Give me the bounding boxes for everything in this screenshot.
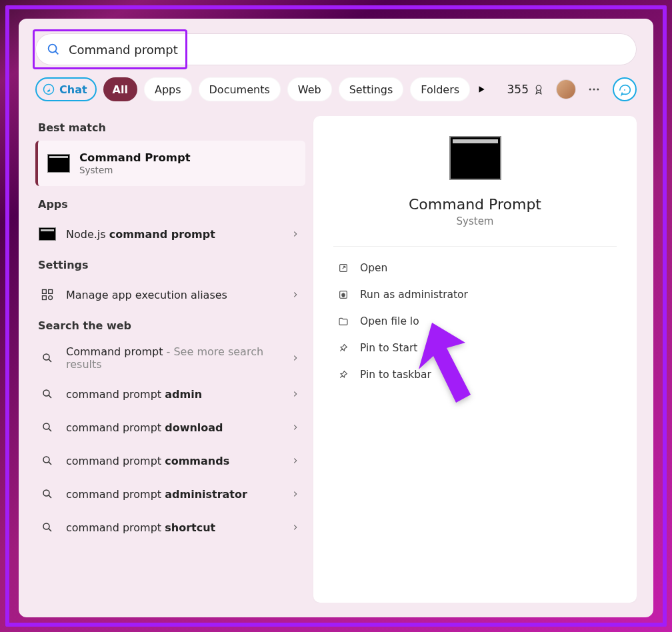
points-value: 355: [507, 83, 529, 96]
user-avatar[interactable]: [557, 80, 575, 99]
action-pin-start[interactable]: Pin to Start: [333, 335, 617, 361]
folder-icon: [337, 316, 349, 327]
chevron-right-icon: [292, 229, 299, 239]
svg-point-4: [589, 89, 591, 91]
web-result-3[interactable]: command prompt commands: [35, 444, 305, 477]
preview-subtitle: System: [457, 215, 494, 227]
settings-app-icon: [38, 288, 57, 301]
search-icon: [38, 521, 57, 533]
filter-apps[interactable]: Apps: [144, 77, 192, 101]
svg-line-13: [49, 359, 51, 362]
search-icon: [38, 421, 57, 433]
svg-point-7: [624, 89, 625, 91]
web-result-0[interactable]: Command prompt - See more search results: [35, 339, 305, 377]
best-match-label: Best match: [38, 121, 305, 134]
svg-rect-9: [49, 290, 53, 294]
more-filters-icon[interactable]: [477, 85, 486, 94]
setting-result-aliases[interactable]: Manage app execution aliases: [35, 278, 305, 311]
header-right: 355: [507, 77, 637, 101]
svg-point-0: [49, 45, 57, 53]
chevron-right-icon: [292, 456, 299, 465]
svg-line-17: [49, 429, 51, 431]
action-open[interactable]: Open: [333, 255, 617, 281]
svg-point-6: [597, 89, 599, 91]
filter-settings[interactable]: Settings: [339, 77, 404, 101]
filter-row: Chat All Apps Documents Web Settings Fol…: [35, 77, 637, 101]
chevron-right-icon: [292, 290, 299, 299]
filter-web[interactable]: Web: [287, 77, 332, 101]
svg-point-12: [43, 354, 49, 360]
pin-icon: [337, 343, 349, 353]
best-match-result[interactable]: Command Prompt System: [35, 141, 305, 186]
svg-line-15: [49, 395, 51, 398]
svg-line-19: [49, 462, 51, 465]
preview-title: Command Prompt: [409, 196, 541, 213]
open-icon: [337, 263, 349, 273]
svg-line-21: [49, 495, 51, 498]
svg-line-23: [49, 529, 51, 531]
chevron-right-icon: [292, 389, 299, 399]
content-area: Best match Command Prompt System Apps No…: [35, 116, 637, 603]
chevron-right-icon: [292, 353, 299, 363]
preview-panel: Command Prompt System Open Run as admini…: [313, 116, 637, 603]
search-icon: [38, 352, 57, 364]
chevron-right-icon: [292, 523, 299, 532]
shield-icon: [337, 289, 349, 300]
web-result-1[interactable]: command prompt admin: [35, 377, 305, 411]
svg-line-1: [55, 51, 58, 54]
action-pin-taskbar[interactable]: Pin to taskbar: [333, 361, 617, 388]
filter-all[interactable]: All: [103, 77, 137, 101]
svg-point-11: [49, 296, 53, 300]
svg-point-20: [43, 490, 49, 496]
divider: [333, 246, 617, 247]
svg-point-2: [44, 85, 54, 95]
svg-point-22: [43, 523, 49, 529]
chat-label: Chat: [59, 83, 87, 96]
search-input[interactable]: Command prompt: [35, 33, 637, 65]
search-icon: [38, 488, 57, 500]
action-open-location[interactable]: Open file lo: [333, 308, 617, 335]
chat-tab[interactable]: Chat: [35, 77, 97, 101]
search-icon: [38, 388, 57, 400]
chevron-right-icon: [292, 423, 299, 432]
settings-label: Settings: [38, 259, 305, 271]
svg-point-3: [536, 85, 541, 91]
command-prompt-icon: [38, 227, 57, 241]
bing-chat-icon: [42, 83, 55, 96]
search-icon: [38, 455, 57, 467]
results-column: Best match Command Prompt System Apps No…: [35, 116, 305, 603]
more-options-icon[interactable]: [587, 83, 601, 96]
rewards-points[interactable]: 355: [507, 83, 545, 96]
svg-point-16: [43, 423, 49, 429]
filter-folders[interactable]: Folders: [410, 77, 470, 101]
web-result-2[interactable]: command prompt download: [35, 411, 305, 444]
command-prompt-icon: [47, 154, 70, 173]
web-result-5[interactable]: command prompt shortcut: [35, 511, 305, 544]
best-match-title: Command Prompt: [79, 151, 191, 164]
action-run-admin[interactable]: Run as administrator: [333, 281, 617, 308]
pin-icon: [337, 369, 349, 380]
svg-point-14: [43, 390, 49, 396]
search-bar-row: Command prompt: [35, 33, 637, 65]
chevron-right-icon: [292, 489, 299, 499]
filter-documents[interactable]: Documents: [199, 77, 281, 101]
search-query-text: Command prompt: [69, 43, 637, 57]
search-icon: [46, 42, 61, 57]
medal-icon: [533, 83, 545, 95]
svg-point-18: [43, 457, 49, 463]
search-window: Command prompt Chat All Apps Documents W…: [19, 19, 653, 617]
svg-rect-10: [43, 296, 47, 300]
web-result-4[interactable]: command prompt administrator: [35, 477, 305, 511]
svg-rect-8: [43, 290, 47, 294]
command-prompt-icon: [449, 136, 501, 180]
apps-label: Apps: [38, 198, 305, 211]
web-label: Search the web: [38, 319, 305, 332]
app-result-nodejs[interactable]: Node.js command prompt: [35, 217, 305, 251]
svg-point-5: [593, 89, 595, 91]
bing-button[interactable]: [613, 77, 637, 101]
best-match-subtitle: System: [79, 165, 191, 175]
